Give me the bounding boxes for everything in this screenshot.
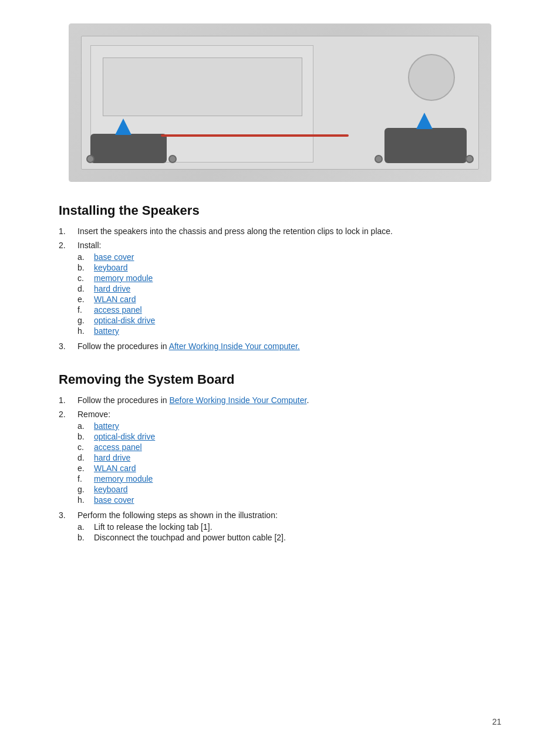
memory-module-link-2[interactable]: memory module: [94, 474, 153, 483]
step-1-text: Insert the speakers into the chassis and…: [77, 226, 501, 236]
optical-disk-link-2[interactable]: optical-disk drive: [94, 432, 155, 441]
base-cover-link-1[interactable]: base cover: [94, 252, 134, 262]
perform-sub-a: a. Lift to release the locking tab [1].: [77, 522, 501, 532]
remove-step-num-3: 3.: [59, 510, 70, 520]
install-sub-h: h. battery: [77, 326, 501, 336]
install-step-3: 3. Follow the procedures in After Workin…: [59, 341, 501, 351]
sub-letter-d: d.: [77, 284, 89, 293]
remove-sub-e: e. WLAN card: [77, 464, 501, 473]
screw-left-1: [86, 155, 95, 163]
remove-sub-letter-h: h.: [77, 495, 89, 505]
battery-link-2[interactable]: battery: [94, 421, 119, 431]
step-2-text: Install:: [77, 241, 101, 250]
remove-sub-d: d. hard drive: [77, 453, 501, 462]
cable-line: [161, 134, 349, 137]
step-2-content: Install: a. base cover b. keyboard c. me: [77, 241, 501, 337]
sub-letter-g: g.: [77, 316, 89, 325]
install-sub-list: a. base cover b. keyboard c. memory modu…: [77, 252, 501, 336]
remove-sub-f: f. memory module: [77, 474, 501, 483]
removing-system-board-title: Removing the System Board: [59, 372, 501, 387]
remove-sub-letter-c: c.: [77, 442, 89, 452]
battery-link-1[interactable]: battery: [94, 326, 119, 336]
hard-drive-link-2[interactable]: hard drive: [94, 453, 130, 462]
component-area: [81, 36, 479, 170]
remove-sub-a: a. battery: [77, 421, 501, 431]
optical-disk-link-1[interactable]: optical-disk drive: [94, 316, 155, 325]
install-sub-f: f. access panel: [77, 305, 501, 314]
perform-sub-letter-b: b.: [77, 533, 89, 542]
arrow-left-icon: [115, 119, 131, 135]
step-num-3: 3.: [59, 341, 70, 351]
step-num-2: 2.: [59, 241, 70, 250]
remove-sub-letter-e: e.: [77, 464, 89, 473]
remove-step-num-1: 1.: [59, 395, 70, 405]
remove-step-3-text: Perform the following steps as shown in …: [77, 510, 278, 520]
speaker-image-container: [59, 23, 501, 182]
remove-sub-c: c. access panel: [77, 442, 501, 452]
remove-sub-h: h. base cover: [77, 495, 501, 505]
sub-letter-f: f.: [77, 305, 89, 314]
access-panel-link-2[interactable]: access panel: [94, 442, 142, 452]
circular-component: [408, 54, 455, 101]
perform-sub-letter-a: a.: [77, 522, 89, 532]
remove-step-2: 2. Remove: a. battery b. optical-disk dr…: [59, 410, 501, 506]
wlan-card-link-2[interactable]: WLAN card: [94, 464, 136, 473]
remove-sub-letter-b: b.: [77, 432, 89, 441]
sub-letter-b: b.: [77, 263, 89, 272]
arrow-right-icon: [416, 113, 433, 129]
remove-sub-letter-d: d.: [77, 453, 89, 462]
removing-steps-list: 1. Follow the procedures in Before Worki…: [59, 395, 501, 543]
screw-right-1: [465, 155, 474, 163]
remove-sub-letter-f: f.: [77, 474, 89, 483]
page-content: Installing the Speakers 1. Insert the sp…: [0, 0, 560, 600]
page-number: 21: [492, 717, 501, 726]
install-sub-g: g. optical-disk drive: [77, 316, 501, 325]
install-sub-e: e. WLAN card: [77, 295, 501, 304]
installing-speakers-title: Installing the Speakers: [59, 203, 501, 218]
perform-sub-list: a. Lift to release the locking tab [1]. …: [77, 522, 501, 542]
after-working-link[interactable]: After Working Inside Your computer.: [169, 341, 300, 351]
remove-sub-b: b. optical-disk drive: [77, 432, 501, 441]
wlan-card-link-1[interactable]: WLAN card: [94, 295, 136, 304]
install-sub-d: d. hard drive: [77, 284, 501, 293]
step-num-1: 1.: [59, 226, 70, 236]
speaker-left: [90, 134, 167, 163]
remove-step-2-text: Remove:: [77, 410, 110, 419]
remove-step-1-content: Follow the procedures in Before Working …: [77, 395, 501, 405]
install-sub-b: b. keyboard: [77, 263, 501, 272]
step-3-content: Follow the procedures in After Working I…: [77, 341, 501, 351]
perform-sub-a-text: Lift to release the locking tab [1].: [94, 522, 212, 532]
sub-letter-a: a.: [77, 252, 89, 262]
hard-drive-link-1[interactable]: hard drive: [94, 284, 130, 293]
install-step-1: 1. Insert the speakers into the chassis …: [59, 226, 501, 236]
remove-sub-letter-a: a.: [77, 421, 89, 431]
laptop-interior: [69, 24, 491, 181]
installing-speakers-section: Installing the Speakers 1. Insert the sp…: [59, 203, 501, 351]
screw-left-2: [168, 155, 177, 163]
memory-module-link-1[interactable]: memory module: [94, 273, 153, 283]
keyboard-link-1[interactable]: keyboard: [94, 263, 128, 272]
base-cover-link-2[interactable]: base cover: [94, 495, 134, 505]
screw-right-2: [375, 155, 383, 163]
perform-sub-b: b. Disconnect the touchpad and power but…: [77, 533, 501, 542]
remove-step-num-2: 2.: [59, 410, 70, 419]
speaker-right: [384, 128, 467, 163]
access-panel-link-1[interactable]: access panel: [94, 305, 142, 314]
sub-letter-e: e.: [77, 295, 89, 304]
remove-step-1: 1. Follow the procedures in Before Worki…: [59, 395, 501, 405]
install-step-2: 2. Install: a. base cover b. keyboard: [59, 241, 501, 337]
laptop-diagram: [69, 23, 491, 182]
remove-sub-g: g. keyboard: [77, 485, 501, 494]
remove-step-3: 3. Perform the following steps as shown …: [59, 510, 501, 543]
remove-step-2-content: Remove: a. battery b. optical-disk drive…: [77, 410, 501, 506]
before-working-link[interactable]: Before Working Inside Your Computer: [169, 395, 306, 405]
sub-letter-h: h.: [77, 326, 89, 336]
remove-step-3-content: Perform the following steps as shown in …: [77, 510, 501, 543]
install-sub-c: c. memory module: [77, 273, 501, 283]
remove-sub-letter-g: g.: [77, 485, 89, 494]
sub-letter-c: c.: [77, 273, 89, 283]
keyboard-link-2[interactable]: keyboard: [94, 485, 128, 494]
install-sub-a: a. base cover: [77, 252, 501, 262]
board-detail: [103, 58, 302, 116]
remove-sub-list: a. battery b. optical-disk drive c. acce…: [77, 421, 501, 505]
